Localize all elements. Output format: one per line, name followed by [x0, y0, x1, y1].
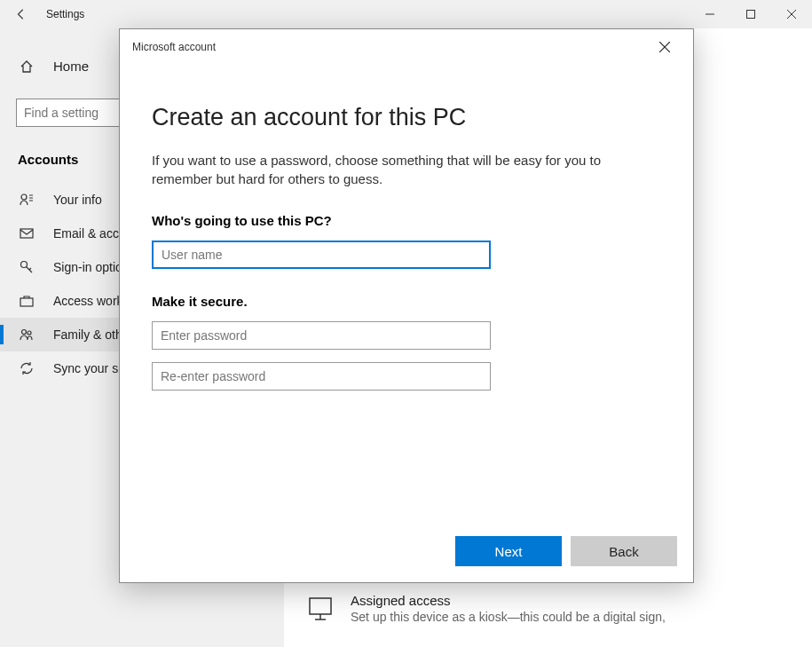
svg-rect-2: [20, 229, 33, 238]
dialog-intro: If you want to use a password, choose so…: [152, 151, 658, 188]
back-button[interactable]: Back: [571, 536, 677, 566]
dialog-body: Create an account for this PC If you wan…: [120, 65, 693, 391]
close-icon: [787, 10, 796, 19]
dialog-heading: Create an account for this PC: [152, 104, 661, 131]
dialog-header-title: Microsoft account: [132, 41, 216, 53]
close-window-button[interactable]: [771, 0, 812, 28]
next-button[interactable]: Next: [455, 536, 562, 566]
minimize-button[interactable]: [690, 0, 730, 28]
assigned-access-title: Assigned access: [351, 593, 666, 608]
sidebar-home-label: Home: [53, 59, 89, 74]
svg-point-3: [21, 262, 28, 268]
dialog-footer: Next Back: [455, 536, 677, 566]
titlebar: Settings: [0, 0, 812, 28]
user-icon: [18, 193, 35, 207]
password-confirm-input[interactable]: [152, 362, 491, 391]
username-input[interactable]: [152, 241, 491, 269]
label-secure: Make it secure.: [152, 294, 661, 309]
label-who: Who's going to use this PC?: [152, 213, 661, 228]
window-controls: [690, 0, 812, 28]
svg-rect-4: [20, 298, 33, 306]
minimize-icon: [706, 10, 714, 19]
home-icon: [18, 59, 35, 74]
create-account-dialog: Microsoft account Create an account for …: [119, 28, 694, 583]
mail-icon: [18, 226, 35, 241]
sync-icon: [18, 361, 35, 375]
svg-point-5: [22, 330, 27, 335]
close-icon: [659, 42, 670, 52]
kiosk-icon: [306, 595, 338, 627]
maximize-icon: [746, 10, 755, 19]
back-arrow-icon: [15, 8, 28, 20]
sidebar-item-label: Your info: [53, 193, 102, 207]
assigned-access-desc: Set up this device as a kiosk—this could…: [351, 610, 666, 624]
assigned-access-section: Assigned access Set up this device as a …: [306, 593, 666, 627]
svg-point-1: [21, 194, 27, 200]
briefcase-icon: [18, 294, 35, 308]
settings-window: Settings Home Accounts: [0, 0, 812, 647]
key-icon: [18, 260, 35, 274]
svg-rect-7: [310, 598, 331, 614]
window-title: Settings: [46, 8, 84, 20]
password-input[interactable]: [152, 321, 491, 350]
svg-rect-0: [747, 11, 755, 19]
dialog-close-button[interactable]: [647, 29, 682, 65]
svg-point-6: [28, 331, 31, 335]
back-button[interactable]: [0, 0, 43, 28]
people-icon: [18, 327, 35, 342]
dialog-header: Microsoft account: [120, 29, 693, 65]
maximize-button[interactable]: [730, 0, 771, 28]
